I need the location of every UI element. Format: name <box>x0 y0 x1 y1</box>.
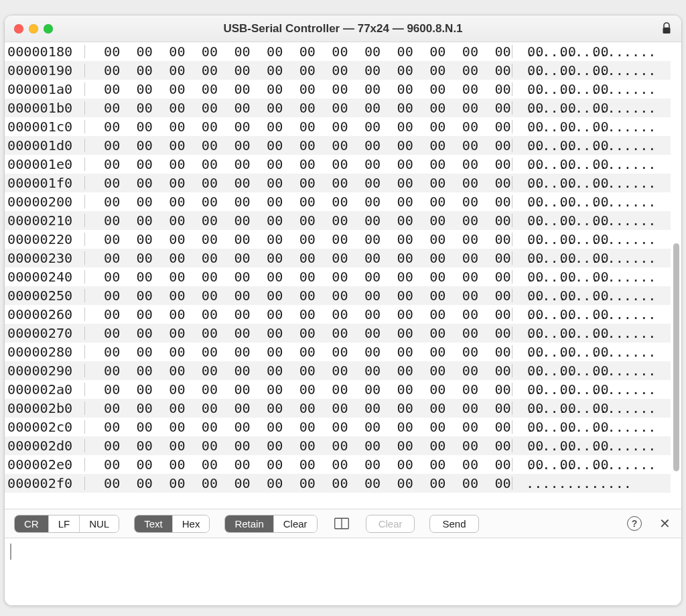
offset-cell: 000001f0 <box>5 176 85 190</box>
ascii-cell: ................ <box>512 120 671 133</box>
offset-cell: 00000190 <box>5 64 85 77</box>
hex-row: 000002e000 00 00 00 00 00 00 00 00 00 00… <box>5 455 671 474</box>
offset-cell: 000001b0 <box>5 101 85 115</box>
offset-cell: 00000250 <box>5 289 85 302</box>
scrollbar[interactable] <box>672 42 680 509</box>
line-ending-option-lf[interactable]: LF <box>48 515 80 532</box>
encoding-option-hex[interactable]: Hex <box>172 515 210 532</box>
offset-cell: 000002b0 <box>5 402 85 415</box>
terminal-window: USB-Serial Controller — 77x24 — 9600.8.N… <box>4 15 682 606</box>
ascii-cell: ................ <box>512 158 671 171</box>
ascii-cell: ................ <box>512 176 671 190</box>
ascii-cell: ................ <box>512 45 671 58</box>
ascii-cell: ................ <box>512 139 671 152</box>
hex-row: 0000026000 00 00 00 00 00 00 00 00 00 00… <box>5 305 671 324</box>
hex-cell: 00 00 00 00 00 00 00 00 00 00 00 00 00 0… <box>85 402 512 415</box>
line-ending-option-cr[interactable]: CR <box>15 515 48 532</box>
offset-cell: 00000230 <box>5 251 85 265</box>
hex-row: 000002c000 00 00 00 00 00 00 00 00 00 00… <box>5 418 671 436</box>
ascii-cell: ................ <box>512 233 671 246</box>
hex-cell: 00 00 00 00 00 00 00 00 00 00 00 00 00 0… <box>85 158 512 171</box>
hex-dump[interactable]: 0000018000 00 00 00 00 00 00 00 00 00 00… <box>5 42 671 509</box>
mode-option-clear[interactable]: Clear <box>273 515 317 532</box>
ascii-cell: ............. <box>512 477 671 490</box>
send-input[interactable] <box>5 538 681 605</box>
hex-cell: 00 00 00 00 00 00 00 00 00 00 00 00 00 0… <box>85 345 512 359</box>
window-zoom-button[interactable] <box>44 24 53 34</box>
help-icon[interactable]: ? <box>626 515 643 532</box>
scrollbar-thumb[interactable] <box>673 243 679 471</box>
offset-cell: 00000180 <box>5 45 85 58</box>
hex-cell: 00 00 00 00 00 00 00 00 00 00 00 00 00 0… <box>85 82 512 96</box>
hex-row: 000001e000 00 00 00 00 00 00 00 00 00 00… <box>5 155 671 174</box>
window-controls <box>5 24 53 34</box>
window-close-button[interactable] <box>14 24 23 34</box>
send-button[interactable]: Send <box>429 515 478 533</box>
ascii-cell: ................ <box>512 364 671 377</box>
hex-cell: 00 00 00 00 00 00 00 00 00 00 00 00 00 0… <box>85 64 512 77</box>
hex-row: 0000028000 00 00 00 00 00 00 00 00 00 00… <box>5 343 671 361</box>
toolbar: CRLFNUL TextHex RetainClear Clear Send ?… <box>5 509 681 538</box>
offset-cell: 00000220 <box>5 233 85 246</box>
hex-cell: 00 00 00 00 00 00 00 00 00 00 00 00 00 0… <box>85 214 512 227</box>
ascii-cell: ................ <box>512 289 671 302</box>
offset-cell: 00000200 <box>5 195 85 208</box>
hex-row: 0000019000 00 00 00 00 00 00 00 00 00 00… <box>5 61 671 80</box>
hex-cell: 00 00 00 00 00 00 00 00 00 00 00 00 00 0… <box>85 101 512 115</box>
hex-row: 000001f000 00 00 00 00 00 00 00 00 00 00… <box>5 174 671 192</box>
ascii-cell: ................ <box>512 195 671 208</box>
hex-cell: 00 00 00 00 00 00 00 00 00 00 00 00 00 0… <box>85 383 512 396</box>
window-title: USB-Serial Controller — 77x24 — 9600.8.N… <box>5 22 681 36</box>
line-ending-segment: CRLFNUL <box>14 515 119 533</box>
hex-row: 000002b000 00 00 00 00 00 00 00 00 00 00… <box>5 399 671 418</box>
mode-segment: RetainClear <box>224 515 317 533</box>
hex-cell: 00 00 00 00 00 00 00 00 00 00 00 00 00 0… <box>85 364 512 377</box>
hex-cell: 00 00 00 00 00 00 00 00 00 00 00 00 00 0… <box>85 439 512 452</box>
titlebar: USB-Serial Controller — 77x24 — 9600.8.N… <box>5 15 681 42</box>
hex-cell: 00 00 00 00 00 00 00 00 00 00 00 00 00 0… <box>85 195 512 208</box>
offset-cell: 000002d0 <box>5 439 85 452</box>
ascii-cell: ................ <box>512 458 671 471</box>
offset-cell: 00000240 <box>5 270 85 284</box>
offset-cell: 000001c0 <box>5 120 85 133</box>
ascii-cell: ................ <box>512 439 671 452</box>
hex-row: 0000029000 00 00 00 00 00 00 00 00 00 00… <box>5 361 671 380</box>
hex-row: 0000023000 00 00 00 00 00 00 00 00 00 00… <box>5 249 671 267</box>
hex-cell: 00 00 00 00 00 00 00 00 00 00 00 00 00 0… <box>85 251 512 265</box>
ascii-cell: ................ <box>512 214 671 227</box>
offset-cell: 000002e0 <box>5 458 85 471</box>
hex-cell: 00 00 00 00 00 00 00 00 00 00 00 00 00 0… <box>85 45 512 58</box>
encoding-segment: TextHex <box>134 515 210 533</box>
clear-output-button[interactable]: Clear <box>366 515 415 533</box>
hex-cell: 00 00 00 00 00 00 00 00 00 00 00 00 00 0… <box>85 308 512 321</box>
lock-icon[interactable] <box>661 22 672 36</box>
window-minimize-button[interactable] <box>29 24 38 34</box>
mode-option-retain[interactable]: Retain <box>225 515 273 532</box>
offset-cell: 000001e0 <box>5 158 85 171</box>
ascii-cell: ................ <box>512 308 671 321</box>
close-icon[interactable]: ✕ <box>658 515 672 532</box>
hex-cell: 00 00 00 00 00 00 00 00 00 00 00 00 00 0… <box>85 458 512 471</box>
ascii-cell: ................ <box>512 420 671 434</box>
input-area <box>5 538 681 605</box>
hex-row: 0000024000 00 00 00 00 00 00 00 00 00 00… <box>5 267 671 286</box>
ascii-cell: ................ <box>512 251 671 265</box>
hex-row: 000002f000 00 00 00 00 00 00 00 00 00 00… <box>5 474 671 493</box>
offset-cell: 00000210 <box>5 214 85 227</box>
ascii-cell: ................ <box>512 345 671 359</box>
hex-row: 0000022000 00 00 00 00 00 00 00 00 00 00… <box>5 230 671 249</box>
line-ending-option-nul[interactable]: NUL <box>79 515 119 532</box>
hex-row: 000001b000 00 00 00 00 00 00 00 00 00 00… <box>5 99 671 117</box>
hex-cell: 00 00 00 00 00 00 00 00 00 00 00 00 00 0… <box>85 176 512 190</box>
ascii-cell: ................ <box>512 82 671 96</box>
offset-cell: 00000260 <box>5 308 85 321</box>
offset-cell: 00000290 <box>5 364 85 377</box>
offset-cell: 000002f0 <box>5 477 85 490</box>
hex-row: 000002d000 00 00 00 00 00 00 00 00 00 00… <box>5 436 671 455</box>
ascii-cell: ................ <box>512 270 671 284</box>
hex-dump-panel: 0000018000 00 00 00 00 00 00 00 00 00 00… <box>5 42 681 509</box>
offset-cell: 000002c0 <box>5 420 85 434</box>
hex-cell: 00 00 00 00 00 00 00 00 00 00 00 00 00 0… <box>85 270 512 284</box>
encoding-option-text[interactable]: Text <box>135 515 172 532</box>
bookmarks-icon[interactable] <box>332 515 351 532</box>
